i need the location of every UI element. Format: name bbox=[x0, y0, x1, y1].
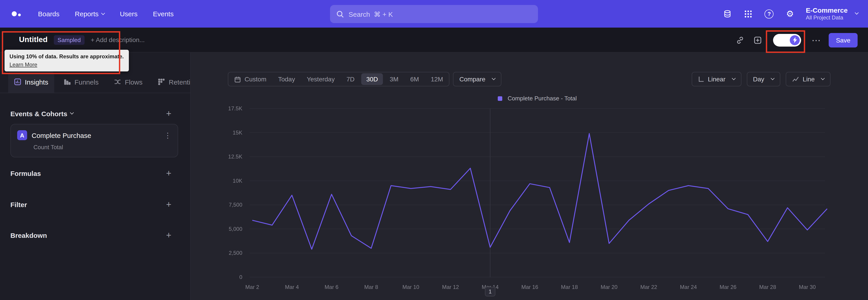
sampling-toggle[interactable] bbox=[773, 34, 801, 46]
mixpanel-logo[interactable] bbox=[12, 11, 25, 16]
copy-link-icon[interactable] bbox=[735, 35, 745, 45]
insights-icon bbox=[14, 78, 21, 86]
svg-text:1: 1 bbox=[489, 289, 492, 295]
events-cohorts-title[interactable]: Events & Cohorts bbox=[10, 110, 73, 117]
svg-text:Mar 22: Mar 22 bbox=[640, 284, 657, 290]
search-input[interactable] bbox=[348, 10, 532, 18]
chart-canvas: 02,5005,0007,50010K12.5K15K17.5KMar 2Mar… bbox=[191, 53, 868, 300]
svg-text:10K: 10K bbox=[232, 178, 242, 184]
settings-gear-icon[interactable]: ⚙ bbox=[785, 9, 795, 19]
tab-flows-label: Flows bbox=[125, 78, 143, 86]
event-letter-badge: A bbox=[17, 130, 27, 140]
report-title-group: Untitled Sampled + Add description... bbox=[0, 35, 145, 44]
gear-glyph: ⚙ bbox=[786, 9, 794, 18]
add-event-button[interactable]: + bbox=[166, 109, 171, 118]
svg-text:15K: 15K bbox=[232, 129, 242, 136]
add-formula-button[interactable]: + bbox=[166, 169, 171, 178]
svg-text:Mar 10: Mar 10 bbox=[402, 284, 419, 290]
event-card-row: A Complete Purchase ⋮ bbox=[11, 124, 178, 140]
svg-text:Mar 18: Mar 18 bbox=[561, 284, 578, 290]
svg-text:Mar 20: Mar 20 bbox=[600, 284, 618, 290]
svg-text:Mar 16: Mar 16 bbox=[521, 284, 538, 290]
chevron-down-icon bbox=[70, 111, 74, 115]
svg-text:Mar 2: Mar 2 bbox=[245, 284, 259, 290]
event-card[interactable]: A Complete Purchase ⋮ Count Total bbox=[10, 124, 178, 157]
formulas-label: Formulas bbox=[10, 169, 41, 177]
sampled-badge[interactable]: Sampled bbox=[54, 35, 85, 44]
add-filter-button[interactable]: + bbox=[166, 200, 171, 209]
chevron-down-icon bbox=[855, 11, 859, 15]
sampling-tooltip: Using 10% of data. Results are approxima… bbox=[4, 50, 129, 71]
query-sidebar: Insights Funnels Flows Retention Events … bbox=[0, 53, 190, 300]
svg-text:Mar 6: Mar 6 bbox=[324, 284, 338, 290]
filter-section: Filter + bbox=[10, 199, 171, 210]
formulas-section: Formulas + bbox=[10, 167, 171, 179]
global-search[interactable] bbox=[330, 5, 538, 23]
tooltip-text: Using 10% of data. Results are approxima… bbox=[9, 53, 124, 60]
help-icon[interactable]: ? bbox=[764, 9, 774, 19]
line-chart[interactable]: 02,5005,0007,50010K12.5K15K17.5KMar 2Mar… bbox=[191, 53, 868, 300]
add-breakdown-button[interactable]: + bbox=[166, 231, 171, 240]
svg-text:17.5K: 17.5K bbox=[228, 106, 242, 112]
nav-events[interactable]: Events bbox=[153, 10, 174, 18]
events-cohorts-label: Events & Cohorts bbox=[10, 110, 67, 117]
nav-users[interactable]: Users bbox=[120, 10, 137, 18]
report-actions: ⋯ Save bbox=[735, 28, 858, 53]
nav-events-label: Events bbox=[153, 10, 174, 18]
report-header: Untitled Sampled + Add description... ⋯ … bbox=[0, 28, 868, 53]
event-name[interactable]: Complete Purchase bbox=[32, 131, 91, 139]
top-nav-right: ? ⚙ E-Commerce All Project Data bbox=[723, 0, 858, 28]
svg-text:Mar 12: Mar 12 bbox=[442, 284, 459, 290]
logo-dot-small bbox=[18, 13, 21, 16]
nav-users-label: Users bbox=[120, 10, 137, 18]
svg-text:12.5K: 12.5K bbox=[228, 153, 242, 160]
breakdown-section: Breakdown + bbox=[10, 229, 171, 241]
events-cohorts-header: Events & Cohorts + bbox=[10, 108, 171, 119]
help-glyph: ? bbox=[765, 9, 774, 18]
svg-text:Mar 24: Mar 24 bbox=[680, 284, 697, 290]
add-to-board-icon[interactable] bbox=[753, 35, 763, 45]
tab-insights-label: Insights bbox=[25, 78, 48, 86]
sampling-toggle-wrap bbox=[773, 34, 801, 46]
more-menu-icon[interactable]: ⋯ bbox=[811, 35, 821, 46]
project-selector[interactable]: E-Commerce All Project Data bbox=[806, 6, 858, 21]
svg-text:7,500: 7,500 bbox=[229, 202, 242, 208]
tab-funnels[interactable]: Funnels bbox=[58, 71, 104, 93]
svg-text:Mar 28: Mar 28 bbox=[759, 284, 776, 290]
chart-panel: Custom Today Yesterday 7D 30D 3M 6M 12M … bbox=[190, 53, 868, 300]
search-icon bbox=[336, 10, 344, 18]
chevron-down-icon bbox=[101, 11, 105, 15]
event-metric[interactable]: Count Total bbox=[11, 140, 178, 151]
nav-reports[interactable]: Reports bbox=[75, 10, 104, 18]
report-title[interactable]: Untitled bbox=[19, 35, 48, 44]
project-text: E-Commerce All Project Data bbox=[806, 6, 848, 21]
svg-text:Mar 30: Mar 30 bbox=[799, 284, 816, 290]
save-button[interactable]: Save bbox=[829, 33, 858, 47]
tab-funnels-label: Funnels bbox=[74, 78, 98, 86]
nav-boards-label: Boards bbox=[38, 10, 59, 18]
project-name: E-Commerce bbox=[806, 6, 848, 15]
filter-label: Filter bbox=[10, 201, 27, 208]
top-nav: Boards Reports Users Events ? ⚙ E-Commer… bbox=[0, 0, 868, 28]
event-options-icon[interactable]: ⋮ bbox=[164, 131, 171, 140]
app-window: Boards Reports Users Events ? ⚙ E-Commer… bbox=[0, 0, 868, 300]
nav-reports-label: Reports bbox=[75, 10, 98, 18]
svg-text:5,000: 5,000 bbox=[229, 226, 242, 232]
add-description[interactable]: + Add description... bbox=[91, 36, 145, 43]
svg-text:Mar 4: Mar 4 bbox=[285, 284, 299, 290]
svg-text:Mar 8: Mar 8 bbox=[364, 284, 378, 290]
svg-text:Mar 26: Mar 26 bbox=[719, 284, 737, 290]
tab-flows[interactable]: Flows bbox=[108, 71, 148, 93]
learn-more-link[interactable]: Learn More bbox=[9, 61, 124, 68]
primary-nav: Boards Reports Users Events bbox=[38, 10, 174, 18]
retention-icon bbox=[158, 78, 165, 86]
lightning-icon bbox=[790, 35, 800, 45]
nav-boards[interactable]: Boards bbox=[38, 10, 59, 18]
tab-insights[interactable]: Insights bbox=[8, 71, 54, 93]
svg-text:0: 0 bbox=[239, 274, 242, 280]
apps-grid-icon[interactable] bbox=[743, 9, 753, 19]
data-icon[interactable] bbox=[723, 9, 733, 19]
project-scope: All Project Data bbox=[806, 15, 848, 21]
report-type-tabs: Insights Funnels Flows Retention bbox=[0, 71, 190, 93]
breakdown-label: Breakdown bbox=[10, 231, 47, 239]
